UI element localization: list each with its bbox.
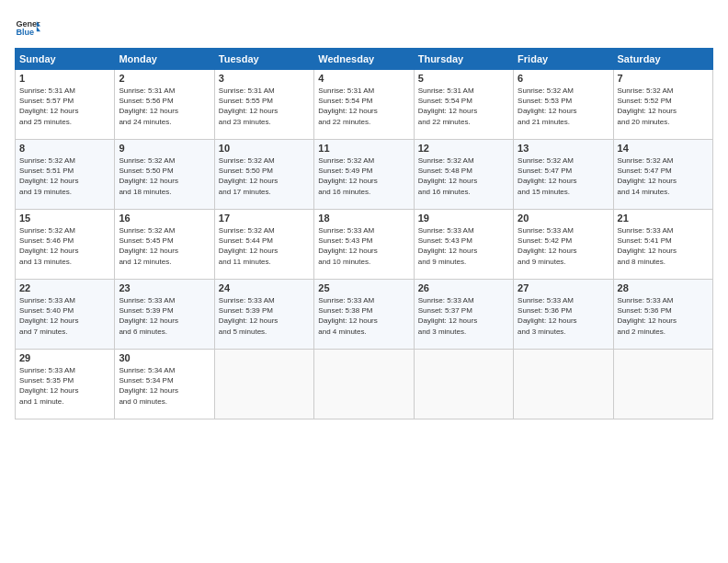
table-row: 3 Sunrise: 5:31 AMSunset: 5:55 PMDayligh… bbox=[214, 70, 313, 140]
day-number: 20 bbox=[518, 213, 609, 224]
day-detail: Sunrise: 5:33 AMSunset: 5:36 PMDaylight:… bbox=[618, 295, 709, 337]
day-detail: Sunrise: 5:31 AMSunset: 5:56 PMDaylight:… bbox=[119, 86, 210, 127]
day-detail: Sunrise: 5:33 AMSunset: 5:36 PMDaylight:… bbox=[518, 295, 609, 337]
day-detail: Sunrise: 5:32 AMSunset: 5:45 PMDaylight:… bbox=[119, 225, 210, 267]
table-row bbox=[214, 350, 313, 419]
day-number: 23 bbox=[119, 282, 210, 293]
day-number: 3 bbox=[219, 73, 310, 84]
day-detail: Sunrise: 5:32 AMSunset: 5:51 PMDaylight:… bbox=[19, 155, 110, 197]
table-row: 11 Sunrise: 5:32 AMSunset: 5:49 PMDaylig… bbox=[314, 140, 414, 210]
day-detail: Sunrise: 5:31 AMSunset: 5:55 PMDaylight:… bbox=[219, 86, 310, 127]
table-row bbox=[514, 350, 613, 419]
page: General Blue SundayMondayTuesdayWednesda… bbox=[0, 0, 728, 563]
day-detail: Sunrise: 5:32 AMSunset: 5:49 PMDaylight:… bbox=[318, 155, 409, 197]
table-row: 25 Sunrise: 5:33 AMSunset: 5:38 PMDaylig… bbox=[314, 280, 414, 350]
table-row: 18 Sunrise: 5:33 AMSunset: 5:43 PMDaylig… bbox=[314, 210, 414, 280]
weekday-header: Sunday bbox=[16, 49, 115, 70]
day-detail: Sunrise: 5:32 AMSunset: 5:52 PMDaylight:… bbox=[618, 86, 709, 127]
day-detail: Sunrise: 5:32 AMSunset: 5:50 PMDaylight:… bbox=[219, 155, 310, 197]
day-number: 14 bbox=[618, 143, 709, 154]
table-row: 15 Sunrise: 5:32 AMSunset: 5:46 PMDaylig… bbox=[16, 210, 115, 280]
table-row: 29 Sunrise: 5:33 AMSunset: 5:35 PMDaylig… bbox=[16, 350, 115, 419]
day-detail: Sunrise: 5:33 AMSunset: 5:39 PMDaylight:… bbox=[219, 295, 310, 337]
day-detail: Sunrise: 5:31 AMSunset: 5:54 PMDaylight:… bbox=[418, 86, 509, 127]
table-row: 27 Sunrise: 5:33 AMSunset: 5:36 PMDaylig… bbox=[514, 280, 613, 350]
day-number: 22 bbox=[19, 282, 110, 293]
day-number: 17 bbox=[219, 213, 310, 224]
day-detail: Sunrise: 5:31 AMSunset: 5:57 PMDaylight:… bbox=[19, 86, 110, 127]
weekday-header: Tuesday bbox=[214, 49, 313, 70]
day-number: 26 bbox=[418, 282, 509, 293]
day-detail: Sunrise: 5:32 AMSunset: 5:44 PMDaylight:… bbox=[219, 225, 310, 267]
day-number: 29 bbox=[19, 352, 110, 363]
day-number: 7 bbox=[618, 73, 709, 84]
table-row: 14 Sunrise: 5:32 AMSunset: 5:47 PMDaylig… bbox=[613, 140, 712, 210]
table-row bbox=[314, 350, 414, 419]
day-number: 8 bbox=[19, 143, 110, 154]
weekday-header: Friday bbox=[514, 49, 613, 70]
day-number: 4 bbox=[318, 73, 409, 84]
day-detail: Sunrise: 5:33 AMSunset: 5:40 PMDaylight:… bbox=[19, 295, 110, 337]
day-number: 15 bbox=[19, 213, 110, 224]
day-detail: Sunrise: 5:33 AMSunset: 5:43 PMDaylight:… bbox=[418, 225, 509, 267]
table-row bbox=[613, 350, 712, 419]
day-detail: Sunrise: 5:33 AMSunset: 5:37 PMDaylight:… bbox=[418, 295, 509, 337]
day-detail: Sunrise: 5:34 AMSunset: 5:34 PMDaylight:… bbox=[119, 365, 210, 407]
day-number: 24 bbox=[219, 282, 310, 293]
table-row: 6 Sunrise: 5:32 AMSunset: 5:53 PMDayligh… bbox=[514, 70, 613, 140]
day-number: 27 bbox=[518, 282, 609, 293]
table-row: 1 Sunrise: 5:31 AMSunset: 5:57 PMDayligh… bbox=[16, 70, 115, 140]
day-detail: Sunrise: 5:33 AMSunset: 5:38 PMDaylight:… bbox=[318, 295, 409, 337]
table-row bbox=[414, 350, 513, 419]
table-row: 9 Sunrise: 5:32 AMSunset: 5:50 PMDayligh… bbox=[115, 140, 214, 210]
day-number: 13 bbox=[518, 143, 609, 154]
day-number: 1 bbox=[19, 73, 110, 84]
table-row: 5 Sunrise: 5:31 AMSunset: 5:54 PMDayligh… bbox=[414, 70, 513, 140]
day-number: 12 bbox=[418, 143, 509, 154]
day-detail: Sunrise: 5:32 AMSunset: 5:48 PMDaylight:… bbox=[418, 155, 509, 197]
table-row: 23 Sunrise: 5:33 AMSunset: 5:39 PMDaylig… bbox=[115, 280, 214, 350]
table-row: 17 Sunrise: 5:32 AMSunset: 5:44 PMDaylig… bbox=[214, 210, 313, 280]
day-detail: Sunrise: 5:31 AMSunset: 5:54 PMDaylight:… bbox=[318, 86, 409, 127]
day-detail: Sunrise: 5:33 AMSunset: 5:43 PMDaylight:… bbox=[318, 225, 409, 267]
day-detail: Sunrise: 5:32 AMSunset: 5:50 PMDaylight:… bbox=[119, 155, 210, 197]
day-number: 21 bbox=[618, 213, 709, 224]
table-row: 7 Sunrise: 5:32 AMSunset: 5:52 PMDayligh… bbox=[613, 70, 712, 140]
day-number: 25 bbox=[318, 282, 409, 293]
day-number: 9 bbox=[119, 143, 210, 154]
day-number: 18 bbox=[318, 213, 409, 224]
table-row: 16 Sunrise: 5:32 AMSunset: 5:45 PMDaylig… bbox=[115, 210, 214, 280]
day-detail: Sunrise: 5:32 AMSunset: 5:47 PMDaylight:… bbox=[518, 155, 609, 197]
day-number: 5 bbox=[418, 73, 509, 84]
svg-text:Blue: Blue bbox=[16, 28, 34, 37]
logo: General Blue bbox=[15, 15, 40, 40]
weekday-header: Monday bbox=[115, 49, 214, 70]
weekday-header: Saturday bbox=[613, 49, 712, 70]
table-row: 20 Sunrise: 5:33 AMSunset: 5:42 PMDaylig… bbox=[514, 210, 613, 280]
weekday-header: Thursday bbox=[414, 49, 513, 70]
table-row: 4 Sunrise: 5:31 AMSunset: 5:54 PMDayligh… bbox=[314, 70, 414, 140]
day-number: 30 bbox=[119, 352, 210, 363]
day-number: 28 bbox=[618, 282, 709, 293]
table-row: 26 Sunrise: 5:33 AMSunset: 5:37 PMDaylig… bbox=[414, 280, 513, 350]
table-row: 12 Sunrise: 5:32 AMSunset: 5:48 PMDaylig… bbox=[414, 140, 513, 210]
day-number: 11 bbox=[318, 143, 409, 154]
table-row: 8 Sunrise: 5:32 AMSunset: 5:51 PMDayligh… bbox=[16, 140, 115, 210]
table-row: 21 Sunrise: 5:33 AMSunset: 5:41 PMDaylig… bbox=[613, 210, 712, 280]
table-row: 22 Sunrise: 5:33 AMSunset: 5:40 PMDaylig… bbox=[16, 280, 115, 350]
day-detail: Sunrise: 5:32 AMSunset: 5:53 PMDaylight:… bbox=[518, 86, 609, 127]
day-number: 16 bbox=[119, 213, 210, 224]
table-row: 19 Sunrise: 5:33 AMSunset: 5:43 PMDaylig… bbox=[414, 210, 513, 280]
day-detail: Sunrise: 5:33 AMSunset: 5:42 PMDaylight:… bbox=[518, 225, 609, 267]
table-row: 28 Sunrise: 5:33 AMSunset: 5:36 PMDaylig… bbox=[613, 280, 712, 350]
day-number: 19 bbox=[418, 213, 509, 224]
table-row: 24 Sunrise: 5:33 AMSunset: 5:39 PMDaylig… bbox=[214, 280, 313, 350]
day-number: 2 bbox=[119, 73, 210, 84]
table-row: 2 Sunrise: 5:31 AMSunset: 5:56 PMDayligh… bbox=[115, 70, 214, 140]
calendar-table: SundayMondayTuesdayWednesdayThursdayFrid… bbox=[15, 48, 713, 419]
day-detail: Sunrise: 5:33 AMSunset: 5:35 PMDaylight:… bbox=[19, 365, 110, 407]
table-row: 30 Sunrise: 5:34 AMSunset: 5:34 PMDaylig… bbox=[115, 350, 214, 419]
table-row: 10 Sunrise: 5:32 AMSunset: 5:50 PMDaylig… bbox=[214, 140, 313, 210]
header: General Blue bbox=[15, 15, 713, 40]
day-detail: Sunrise: 5:33 AMSunset: 5:41 PMDaylight:… bbox=[618, 225, 709, 267]
